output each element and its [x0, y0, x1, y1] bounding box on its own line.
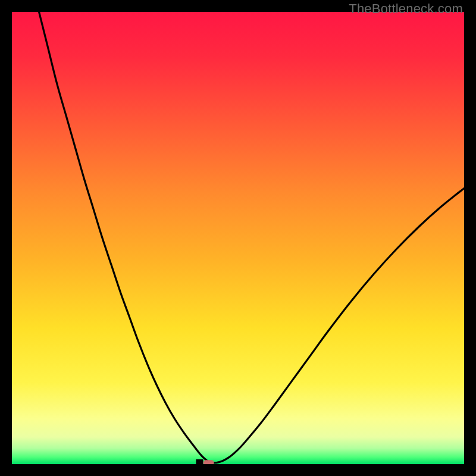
- bottleneck-curve-plot: [12, 12, 464, 464]
- gradient-background: [12, 12, 464, 464]
- watermark-text: TheBottleneck.com: [349, 1, 463, 17]
- optimal-point-marker: [203, 460, 214, 464]
- chart-frame: [12, 12, 464, 464]
- baseline-notch: [196, 459, 203, 464]
